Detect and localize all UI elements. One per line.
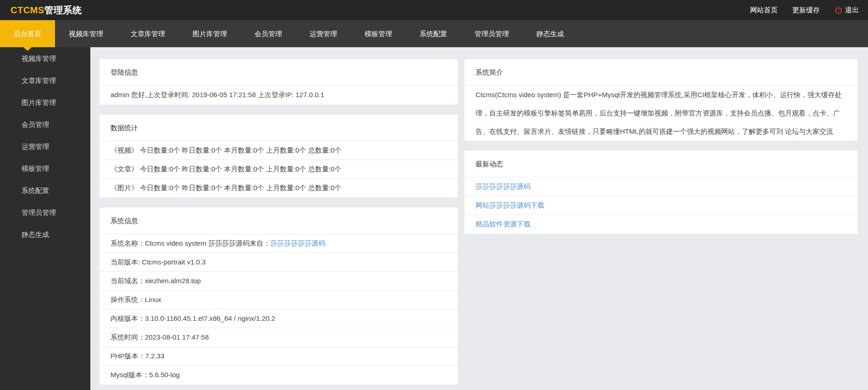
sysinfo-row-version: 当前版本: Ctcms-portrait v1.0.3 xyxy=(100,253,458,272)
sidebar-item-templates[interactable]: 模板管理 xyxy=(0,158,90,180)
news-link-1[interactable]: 莎莎莎莎莎莎源码 xyxy=(475,182,531,190)
logout-label: 退出 xyxy=(845,6,859,15)
sidebar-item-image-library[interactable]: 图片库管理 xyxy=(0,92,90,114)
data-stats-panel: 数据统计 《视频》 今日数量:0个 昨日数量:0个 本月数量:0个 上月数量:0… xyxy=(100,115,458,198)
right-column: 系统简介 Ctcms(Ctcms video system) 是一套PHP+My… xyxy=(464,59,857,390)
news-item: 莎莎莎莎莎莎源码 xyxy=(464,177,857,196)
tab-operations[interactable]: 运营管理 xyxy=(296,20,351,47)
site-home-link[interactable]: 网站首页 xyxy=(750,6,778,15)
sysinfo-row-mysql: Mysql版本：5.6.50-log xyxy=(100,366,458,385)
login-info-title: 登陆信息 xyxy=(100,59,458,86)
sidebar-item-admins[interactable]: 管理员管理 xyxy=(0,202,90,224)
sysinfo-name-text: 系统名称：Ctcms video system 莎莎莎莎源码来自： xyxy=(111,239,270,247)
tab-backend-home[interactable]: 后台首页 xyxy=(0,20,55,47)
sysinfo-source-link[interactable]: 莎莎莎莎莎莎源码 xyxy=(270,239,325,247)
tab-system-config[interactable]: 系统配置 xyxy=(406,20,461,47)
latest-news-title: 最新动态 xyxy=(464,151,857,177)
left-column: 登陆信息 admin 您好,上次登录时间: 2019-06-05 17:21:5… xyxy=(100,59,458,390)
sidebar-item-article-library[interactable]: 文章库管理 xyxy=(0,70,90,92)
sysinfo-row-os: 操作系统：Linux xyxy=(100,291,458,309)
news-link-2[interactable]: 网站莎莎莎莎源码下载 xyxy=(475,201,544,209)
header-links: 网站首页 更新缓存 退出 xyxy=(735,6,859,15)
sidebar-item-static-gen[interactable]: 静态生成 xyxy=(0,224,90,246)
news-item: 精品软件资源下载 xyxy=(464,215,857,234)
tab-article-library[interactable]: 文章库管理 xyxy=(117,20,179,47)
refresh-cache-link[interactable]: 更新缓存 xyxy=(792,6,820,15)
sysinfo-row-kernel: 内核版本：3.10.0-1160.45.1.el7.x86_64 / nginx… xyxy=(100,309,458,328)
data-stats-title: 数据统计 xyxy=(100,115,458,141)
latest-news-panel: 最新动态 莎莎莎莎莎莎源码 网站莎莎莎莎源码下载 精品软件资源下载 xyxy=(464,151,857,234)
news-link-3[interactable]: 精品软件资源下载 xyxy=(475,220,531,228)
sidebar-item-system-config[interactable]: 系统配置 xyxy=(0,180,90,202)
tab-image-library[interactable]: 图片库管理 xyxy=(179,20,241,47)
system-info-title: 系统信息 xyxy=(100,208,458,234)
sysinfo-row-domain: 当前域名：xiezhen.alm28.top xyxy=(100,272,458,291)
news-item: 网站莎莎莎莎源码下载 xyxy=(464,196,857,215)
stats-row-image: 《图片》 今日数量:0个 昨日数量:0个 本月数量:0个 上月数量:0个 总数量… xyxy=(100,179,458,198)
sidebar-item-members[interactable]: 会员管理 xyxy=(0,114,90,136)
main-nav: 后台首页 视频库管理 文章库管理 图片库管理 会员管理 运营管理 模板管理 系统… xyxy=(0,20,868,47)
tab-members[interactable]: 会员管理 xyxy=(241,20,296,47)
system-intro-panel: 系统简介 Ctcms(Ctcms video system) 是一套PHP+My… xyxy=(464,59,857,141)
active-tab-caret-icon xyxy=(23,47,32,51)
login-info-panel: 登陆信息 admin 您好,上次登录时间: 2019-06-05 17:21:5… xyxy=(100,59,458,104)
tab-video-library[interactable]: 视频库管理 xyxy=(55,20,117,47)
sidebar-item-operations[interactable]: 运营管理 xyxy=(0,136,90,158)
login-info-row: admin 您好,上次登录时间: 2019-06-05 17:21:58 上次登… xyxy=(100,86,458,104)
power-icon xyxy=(835,6,842,14)
brand-secondary: 管理系统 xyxy=(44,5,82,15)
stats-row-article: 《文章》 今日数量:0个 昨日数量:0个 本月数量:0个 上月数量:0个 总数量… xyxy=(100,160,458,179)
brand-logo: CTCMS管理系统 xyxy=(11,4,82,16)
content-area: 登陆信息 admin 您好,上次登录时间: 2019-06-05 17:21:5… xyxy=(90,47,868,390)
stats-row-video: 《视频》 今日数量:0个 昨日数量:0个 本月数量:0个 上月数量:0个 总数量… xyxy=(100,141,458,160)
sysinfo-row-php: PHP版本：7.2.33 xyxy=(100,347,458,366)
app-header: CTCMS管理系统 网站首页 更新缓存 退出 xyxy=(0,0,868,20)
sysinfo-row-time: 系统时间：2023-08-01 17:47:58 xyxy=(100,328,458,347)
sysinfo-row-name: 系统名称：Ctcms video system 莎莎莎莎源码来自：莎莎莎莎莎莎源… xyxy=(100,234,458,253)
system-intro-title: 系统简介 xyxy=(464,59,857,86)
system-intro-text: Ctcms(Ctcms video system) 是一套PHP+Mysql开发… xyxy=(464,86,857,141)
sidebar: 视频库管理 文章库管理 图片库管理 会员管理 运营管理 模板管理 系统配置 管理… xyxy=(0,47,90,390)
tab-templates[interactable]: 模板管理 xyxy=(351,20,406,47)
system-info-panel: 系统信息 系统名称：Ctcms video system 莎莎莎莎源码来自：莎莎… xyxy=(100,208,458,385)
tab-admins[interactable]: 管理员管理 xyxy=(461,20,523,47)
tab-static-gen[interactable]: 静态生成 xyxy=(523,20,578,47)
brand-primary: CTCMS xyxy=(11,5,44,15)
logout-link[interactable]: 退出 xyxy=(835,6,859,15)
sidebar-item-video-library[interactable]: 视频库管理 xyxy=(0,48,90,70)
